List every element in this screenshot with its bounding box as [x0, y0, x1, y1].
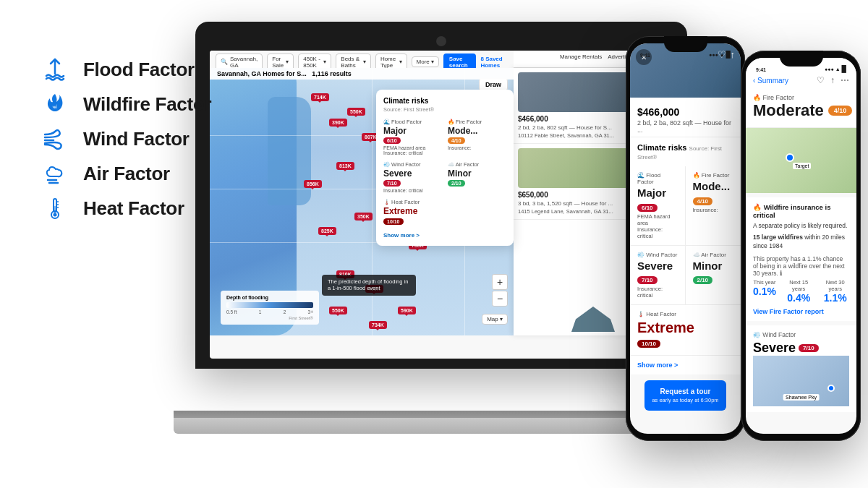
phone1-signal: ●●● ▲ █ — [709, 51, 731, 58]
phone1-time: 9:41 — [640, 53, 650, 58]
risk-row-heat: 🌡️ Heat Factor Extreme 10/10 — [383, 199, 506, 226]
air-factor-item: Air Factor — [40, 158, 211, 189]
phone2-wind-badge: 7/10 — [799, 344, 819, 352]
price-marker: 550K — [329, 307, 347, 314]
phone2-share-icon[interactable]: ↑ — [830, 75, 835, 85]
air-badge: 2/10 — [448, 180, 465, 187]
price-marker: 550K — [347, 108, 365, 116]
phone1-flood-risk: 🌊 Flood Factor Major 6/10 FEMA hazard ar… — [630, 166, 686, 246]
flood-factor-item: Flood Factor — [40, 54, 211, 85]
phone2-stat-15yr: Next 15 years 0.4% — [785, 279, 813, 304]
heat-icon — [40, 193, 70, 223]
phone2-wind-section: 💨 Wind Factor Severe 7/10 Shawnee Pky — [746, 325, 856, 412]
phone1-wind-badge: 7/10 — [637, 276, 658, 284]
phone1-fire-risk: 🔥 Fire Factor Mode... 4/10 Insurance: — [686, 166, 741, 246]
phone2-stat-row: This year 0.1% Next 15 years 0.4% Next 3… — [753, 279, 849, 304]
phone2-wildfire-info: 🔥 Wildfire insurance is critical A separ… — [746, 197, 856, 321]
price-marker: 734K — [369, 321, 387, 329]
water-zone-inlet — [268, 97, 311, 205]
phone1-notch — [664, 36, 707, 52]
phone2-wind-map-marker — [827, 385, 835, 392]
phone1-details: 2 bd, 2 ba, 802 sqft — House for ... — [637, 119, 733, 134]
flood-badge: 6/10 — [383, 137, 401, 144]
laptop-device: Buy Rent Sell Home Loans Agent Finder Zi… — [195, 22, 687, 434]
phone2-wildfire-title: 🔥 Wildfire insurance is critical — [753, 203, 849, 219]
risk-row-flood-fire: 🌊 Flood Factor Major 6/10 FEMA hazard ar… — [383, 119, 506, 155]
phone2-fire-rating: Moderate — [753, 101, 824, 120]
phone1-air-badge: 2/10 — [693, 276, 713, 284]
phone2-time: 9:41 — [756, 67, 766, 72]
price-marker: 856K — [304, 180, 322, 188]
wind-factor-item: Wind Factor — [40, 124, 211, 154]
phone2-fire-factor-title: 🔥 Fire Factor Moderate 4/10 — [746, 91, 856, 128]
wind-icon — [40, 124, 70, 154]
phone1-screen: 9:41 ●●● ▲ █ ✕ ♡ ↑ $ — [630, 43, 741, 434]
phone2-screen: 9:41 ●●● ▲ █ ‹ Summary ♡ ↑ ⋯ — [746, 58, 856, 434]
phone1-device: 9:41 ●●● ▲ █ ✕ ♡ ↑ $ — [626, 36, 745, 441]
phone1-heat-badge: 10/10 — [637, 340, 660, 348]
show-more-button[interactable]: Show more > — [383, 232, 506, 239]
phone2-actions: ♡ ↑ ⋯ — [817, 75, 849, 85]
main-container: Flood Factor Wildfire Factor — [0, 0, 868, 488]
laptop-camera — [436, 36, 446, 46]
phone1-air-risk: ☁️ Air Factor Minor 2/10 — [686, 246, 741, 306]
risk-row-wind-air: 💨 Wind Factor Severe 7/10 Insurance: cri… — [383, 161, 506, 193]
phone1-show-more[interactable]: Show more > — [630, 356, 741, 374]
climate-source: Source: First Street® — [383, 106, 506, 113]
price-marker: 714K — [311, 93, 329, 101]
phone2-stat-30yr: Next 30 years 1.1% — [821, 279, 849, 304]
saved-homes-link[interactable]: 8 Saved Homes — [480, 56, 508, 69]
air-icon — [40, 158, 70, 189]
nav-manage-rentals[interactable]: Manage Rentals — [560, 53, 602, 65]
map-type-button[interactable]: Map ▾ — [482, 314, 508, 325]
phone2-view-report-link[interactable]: View Fire Factor report — [753, 308, 849, 315]
phone1-listing-info: $466,000 2 bd, 2 ba, 802 sqft — House fo… — [630, 98, 741, 137]
phone1-body: 9:41 ●●● ▲ █ ✕ ♡ ↑ $ — [626, 36, 745, 441]
phone2-map-label: Target — [793, 163, 811, 169]
map-container: Savannah, GA Homes for S... 1,116 result… — [210, 68, 673, 335]
phone1-risk-grid: 🌊 Flood Factor Major 6/10 FEMA hazard ar… — [630, 166, 741, 305]
price-marker: 825K — [318, 227, 336, 235]
phone2-back-button[interactable]: ‹ Summary — [753, 77, 788, 85]
wildfire-icon — [40, 89, 70, 119]
more-filter[interactable]: More ▾ — [412, 56, 439, 67]
phone2-more-icon[interactable]: ⋯ — [841, 75, 849, 85]
fire-risk-box: 🔥 Fire Factor Mode... 4/10 Insurance: — [448, 119, 506, 155]
phone2-body: 9:41 ●●● ▲ █ ‹ Summary ♡ ↑ ⋯ — [741, 51, 861, 441]
air-factor-label: Air Factor — [83, 163, 170, 185]
climate-risks-panel: Climate risks Source: First Street® 🌊 Fl… — [376, 90, 514, 246]
phone2-fire-badge: 4/10 — [828, 106, 853, 116]
phone1-tour-section: Request a tour as early as today at 6:30… — [637, 380, 733, 411]
zoom-out-button[interactable]: − — [492, 291, 508, 307]
phone2-signal: ●●● ▲ █ — [825, 65, 846, 72]
flood-tooltip: The predicted depth of flooding in a 1-i… — [322, 275, 416, 296]
wildfire-factor-label: Wildfire Factor — [83, 93, 211, 116]
phone1-flood-badge: 6/10 — [637, 204, 658, 212]
price-marker: 350K — [354, 213, 373, 221]
phone1-fire-badge: 4/10 — [693, 197, 713, 205]
zoom-controls: + − — [492, 274, 508, 307]
phone2-wind-map: Shawnee Pky — [753, 356, 849, 406]
price-marker: 390K — [329, 119, 347, 127]
air-risk-box: ☁️ Air Factor Minor 2/10 — [448, 161, 506, 193]
heat-factor-label: Heat Factor — [83, 197, 184, 220]
results-header: Savannah, GA Homes for S... 1,116 result… — [210, 68, 514, 80]
phone2-map-marker — [786, 153, 794, 162]
zoom-in-button[interactable]: + — [492, 274, 508, 290]
phone1-price: $466,000 — [637, 106, 733, 118]
fire-badge: 4/10 — [448, 137, 465, 144]
price-marker: 590K — [398, 307, 416, 314]
heat-risk-box: 🌡️ Heat Factor Extreme 10/10 — [383, 199, 506, 226]
phone1-heat-risk: 🌡️ Heat Factor Extreme 10/10 — [630, 305, 741, 356]
wind-factor-label: Wind Factor — [83, 128, 190, 150]
phone1-tour-button[interactable]: Request a tour as early as today at 6:30… — [644, 380, 726, 411]
climate-panel-title: Climate risks — [383, 97, 506, 105]
wildfire-factor-item: Wildfire Factor — [40, 89, 211, 119]
phone2-heart-icon[interactable]: ♡ — [817, 75, 825, 85]
phone2-device: 9:41 ●●● ▲ █ ‹ Summary ♡ ↑ ⋯ — [741, 51, 861, 441]
price-marker: 813K — [336, 162, 354, 170]
phone2-mini-map: Target — [746, 128, 856, 193]
legend-color-bar — [226, 302, 313, 308]
flood-risk-box: 🌊 Flood Factor Major 6/10 FEMA hazard ar… — [383, 119, 442, 155]
flood-factor-label: Flood Factor — [83, 59, 195, 81]
